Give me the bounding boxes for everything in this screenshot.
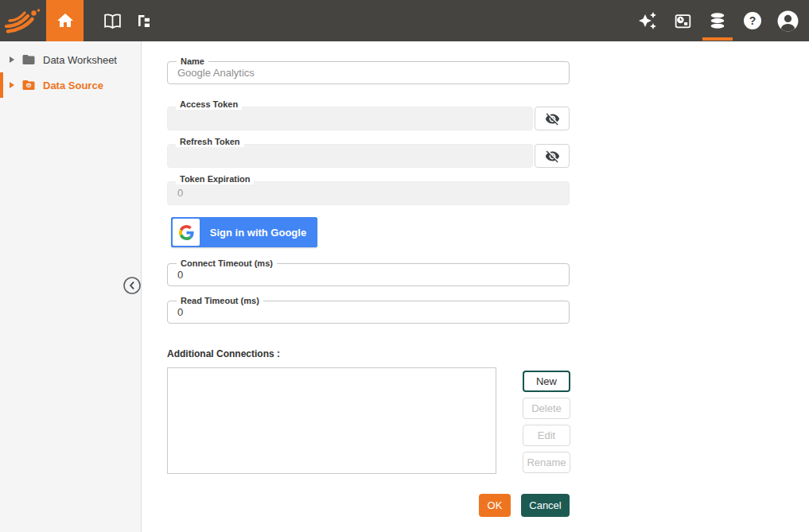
- worksheet-tree-button[interactable]: [128, 0, 160, 41]
- read-timeout-field[interactable]: Read Timeout (ms) 0: [167, 301, 570, 324]
- additional-connections-listbox[interactable]: [167, 367, 496, 474]
- home-icon: [56, 11, 75, 30]
- help-button[interactable]: ?: [736, 0, 769, 41]
- sign-in-with-google-button[interactable]: Sign in with Google: [171, 217, 317, 247]
- top-navigation-bar: ?: [0, 0, 809, 41]
- refresh-token-visibility-button[interactable]: [535, 144, 570, 168]
- svg-text:?: ?: [749, 14, 756, 27]
- schedule-button[interactable]: [666, 0, 699, 41]
- help-icon: ?: [743, 11, 762, 30]
- edit-button[interactable]: Edit: [523, 425, 570, 446]
- access-token-visibility-button[interactable]: [535, 107, 570, 130]
- sidebar-item-data-source[interactable]: Data Source: [0, 72, 141, 98]
- ai-assistant-button[interactable]: [631, 0, 664, 41]
- worksheet-tree-icon: [136, 13, 152, 29]
- data-source-icon: [708, 11, 727, 30]
- access-token-group: Access Token: [167, 96, 570, 130]
- delete-button[interactable]: Delete: [523, 398, 570, 419]
- name-field-value[interactable]: Google Analytics: [168, 62, 569, 83]
- folder-database-icon: [21, 78, 36, 92]
- new-button[interactable]: New: [523, 371, 570, 392]
- visibility-off-icon: [545, 111, 560, 126]
- folder-icon: [21, 52, 36, 67]
- catalog-book-icon: [103, 11, 123, 31]
- app-logo[interactable]: [0, 6, 46, 36]
- sidebar-item-label: Data Source: [43, 80, 103, 91]
- rename-button[interactable]: Rename: [523, 452, 570, 473]
- active-item-bar: [0, 72, 3, 98]
- visibility-off-icon: [545, 149, 560, 164]
- chevron-left-circle-icon: [123, 276, 142, 295]
- token-expiration-field: 0: [167, 181, 570, 205]
- connect-timeout-field[interactable]: Connect Timeout (ms) 0: [167, 263, 570, 286]
- expander-caret-icon[interactable]: [10, 56, 14, 63]
- expander-caret-icon[interactable]: [10, 82, 14, 88]
- schedule-icon: [673, 11, 693, 31]
- access-token-field: [167, 107, 533, 130]
- account-button[interactable]: [771, 0, 804, 41]
- google-logo-box: [173, 219, 200, 246]
- sidebar-collapse-button[interactable]: [122, 276, 142, 297]
- sidebar-item-label: Data Worksheet: [43, 54, 117, 66]
- read-timeout-label: Read Timeout (ms): [177, 295, 263, 306]
- token-expiration-group: Token Expiration 0: [167, 171, 570, 205]
- logi-logo-icon: [5, 6, 41, 36]
- data-source-form: Name Google Analytics Access Token Refre…: [142, 41, 809, 532]
- name-field[interactable]: Name Google Analytics: [167, 61, 570, 84]
- data-source-nav-button[interactable]: [701, 0, 734, 41]
- access-token-label: Access Token: [176, 99, 242, 110]
- home-button[interactable]: [46, 0, 84, 41]
- refresh-token-label: Refresh Token: [176, 137, 244, 147]
- refresh-token-group: Refresh Token: [167, 134, 570, 168]
- ok-button[interactable]: OK: [479, 494, 511, 517]
- name-field-label: Name: [177, 56, 208, 67]
- catalog-button[interactable]: [96, 0, 128, 41]
- cancel-button[interactable]: Cancel: [521, 494, 570, 517]
- ai-sparkle-icon: [638, 11, 657, 30]
- sidebar-item-data-worksheet[interactable]: Data Worksheet: [0, 47, 141, 72]
- additional-connections-label: Additional Connections :: [167, 348, 280, 359]
- connect-timeout-label: Connect Timeout (ms): [177, 258, 277, 269]
- token-expiration-label: Token Expiration: [176, 174, 254, 184]
- refresh-token-field: [167, 144, 533, 168]
- resource-sidebar: Data Worksheet Data Source: [0, 41, 142, 532]
- topbar-right-actions: ?: [631, 0, 809, 41]
- google-signin-label: Sign in with Google: [200, 227, 317, 239]
- account-icon: [777, 10, 799, 32]
- connection-list-buttons: New Delete Edit Rename: [523, 371, 570, 473]
- google-g-icon: [179, 225, 194, 240]
- active-tab-underline: [702, 37, 733, 41]
